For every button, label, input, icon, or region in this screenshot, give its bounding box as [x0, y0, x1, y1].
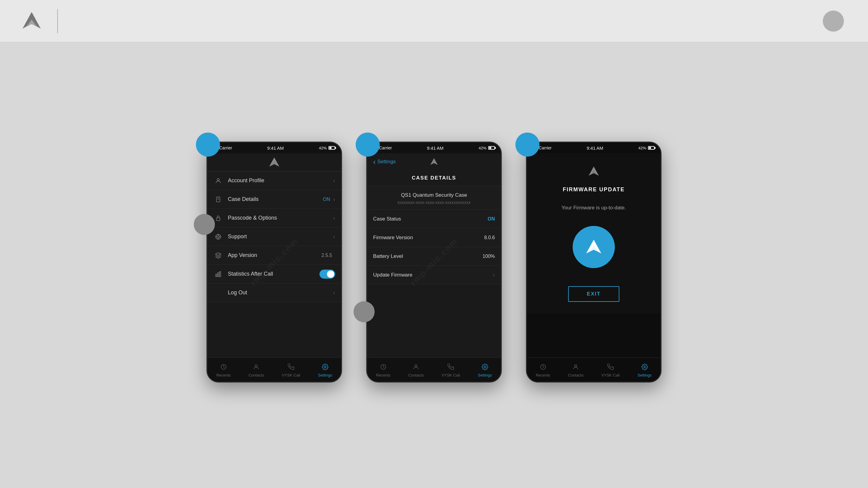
svg-point-15 — [255, 364, 257, 367]
tab-bar-2: Recents Contacts V — [367, 358, 501, 382]
phone-case-details: oo Carrier 9:41 AM 42% Settings CASE DET… — [366, 141, 502, 383]
chevron-right-3: › — [333, 215, 335, 221]
vysk-logo-icon — [18, 9, 45, 33]
recents-icon — [219, 362, 228, 371]
case-details-title-bar: CASE DETAILS — [367, 170, 501, 186]
menu-item-passcode[interactable]: Passcode & Options › — [207, 209, 341, 227]
logout-icon — [213, 288, 223, 298]
firmware-version-label: Firmware Version — [373, 235, 413, 241]
menu-item-case-details[interactable]: Case Details ON › — [207, 190, 341, 209]
menu-list-1: Account Profile › Case Details ON › — [207, 171, 341, 302]
contacts-icon — [252, 362, 261, 371]
menu-item-account-profile[interactable]: Account Profile › — [207, 171, 341, 190]
svg-point-21 — [575, 364, 577, 367]
chevron-right-4: › — [333, 233, 335, 240]
case-status-value: ON — [488, 216, 495, 222]
header-right — [823, 10, 844, 32]
phone-case-details-wrapper: oo Carrier 9:41 AM 42% Settings CASE DET… — [366, 141, 502, 383]
vyskcall-icon-2 — [446, 362, 456, 371]
battery-2: 42% — [478, 146, 495, 150]
tab-recents-2[interactable]: Recents — [376, 362, 391, 378]
svg-rect-4 — [216, 218, 220, 221]
case-details-nav-header: Settings — [367, 153, 501, 170]
tab-recents-label-2: Recents — [376, 373, 391, 378]
recents-icon-3 — [538, 362, 548, 371]
firmware-title: FIRMWARE UPDATE — [563, 187, 625, 193]
update-firmware-row[interactable]: Update Firmware › — [367, 266, 501, 284]
app-version-value: 2.5.5 — [321, 253, 332, 258]
case-status-label: Case Status — [373, 216, 401, 222]
battery-level-label: Battery Level — [373, 253, 403, 259]
header-divider — [57, 9, 58, 33]
tab-vyskcall-label-1: VYSK Call — [282, 373, 300, 378]
tab-recents-label-1: Recents — [216, 373, 231, 378]
firmware-app-logo — [586, 165, 601, 177]
svg-point-16 — [324, 366, 326, 368]
menu-item-logout[interactable]: Log Out › — [207, 284, 341, 302]
case-info-section: QS1 Quantum Security Case xxxxxxxx-xxxx-… — [367, 186, 501, 210]
tab-settings-2[interactable]: Settings — [478, 362, 492, 378]
tab-settings-label-1: Settings — [318, 373, 332, 378]
case-details-label: Case Details — [228, 196, 323, 202]
battery-percent-3: 42% — [638, 146, 646, 150]
firmware-logo-circle — [572, 226, 615, 268]
svg-point-0 — [217, 178, 219, 181]
tab-vyskcall-3[interactable]: VYSK Call — [601, 362, 620, 378]
tab-contacts-3[interactable]: Contacts — [568, 362, 584, 378]
chevron-right-7: › — [333, 289, 335, 296]
settings-icon-2 — [480, 362, 490, 371]
time-3: 9:41 AM — [587, 145, 603, 151]
status-bar-3: oo Carrier 9:41 AM 42% — [527, 142, 661, 153]
recents-icon-2 — [379, 362, 388, 371]
tab-vyskcall-2[interactable]: VYSK Call — [441, 362, 460, 378]
battery-icon-3 — [648, 146, 655, 150]
contacts-icon-3 — [571, 362, 580, 371]
battery-level-row: Battery Level 100% — [367, 247, 501, 266]
battery-3: 42% — [638, 146, 655, 150]
menu-item-support[interactable]: Support › — [207, 227, 341, 246]
exit-button[interactable]: EXIT — [568, 286, 619, 302]
time-2: 9:41 AM — [427, 145, 444, 151]
battery-icon-2 — [488, 146, 495, 150]
chevron-right-2: › — [333, 196, 335, 203]
battery-percent-2: 42% — [478, 146, 487, 150]
account-profile-label: Account Profile — [228, 177, 333, 184]
tab-recents-3[interactable]: Recents — [536, 362, 550, 378]
menu-item-statistics[interactable]: Statistics After Call — [207, 265, 341, 284]
app-version-label: App Version — [228, 252, 321, 258]
settings-icon-1 — [321, 362, 330, 371]
svg-point-6 — [217, 235, 219, 238]
battery-1: 42% — [319, 146, 335, 150]
status-bar-1: oo Carrier 9:41 AM 42% — [207, 142, 341, 153]
menu-item-app-version: App Version 2.5.5 — [207, 246, 341, 265]
support-label: Support — [228, 233, 333, 240]
tab-recents-label-3: Recents — [536, 373, 550, 378]
statistics-toggle[interactable] — [319, 270, 335, 279]
contacts-icon-2 — [411, 362, 421, 371]
person-icon — [213, 176, 223, 186]
tab-contacts-1[interactable]: Contacts — [249, 362, 264, 378]
tab-recents-1[interactable]: Recents — [216, 362, 231, 378]
logout-label: Log Out — [228, 290, 333, 296]
phone-settings-wrapper: oo Carrier 9:41 AM 42% — [207, 141, 342, 383]
svg-point-22 — [644, 366, 646, 368]
tab-vyskcall-1[interactable]: VYSK Call — [282, 362, 300, 378]
phone-settings: oo Carrier 9:41 AM 42% — [207, 141, 342, 383]
tab-settings-label-2: Settings — [478, 373, 492, 378]
update-firmware-chevron: › — [493, 271, 495, 278]
tab-contacts-2[interactable]: Contacts — [408, 362, 424, 378]
user-avatar[interactable] — [823, 10, 844, 32]
tab-contacts-label-1: Contacts — [249, 373, 264, 378]
lock-icon — [213, 213, 223, 223]
tab-settings-1[interactable]: Settings — [318, 362, 332, 378]
app-version-icon — [213, 251, 223, 260]
back-button[interactable]: Settings — [373, 158, 396, 166]
tab-settings-label-3: Settings — [638, 373, 652, 378]
support-icon — [213, 232, 223, 241]
svg-rect-11 — [216, 274, 217, 276]
tab-settings-3[interactable]: Settings — [638, 362, 652, 378]
svg-point-19 — [484, 366, 486, 368]
firmware-version-row: Firmware Version 8.0.6 — [367, 228, 501, 247]
app-logo-2 — [429, 157, 439, 166]
battery-percent-1: 42% — [319, 146, 327, 150]
